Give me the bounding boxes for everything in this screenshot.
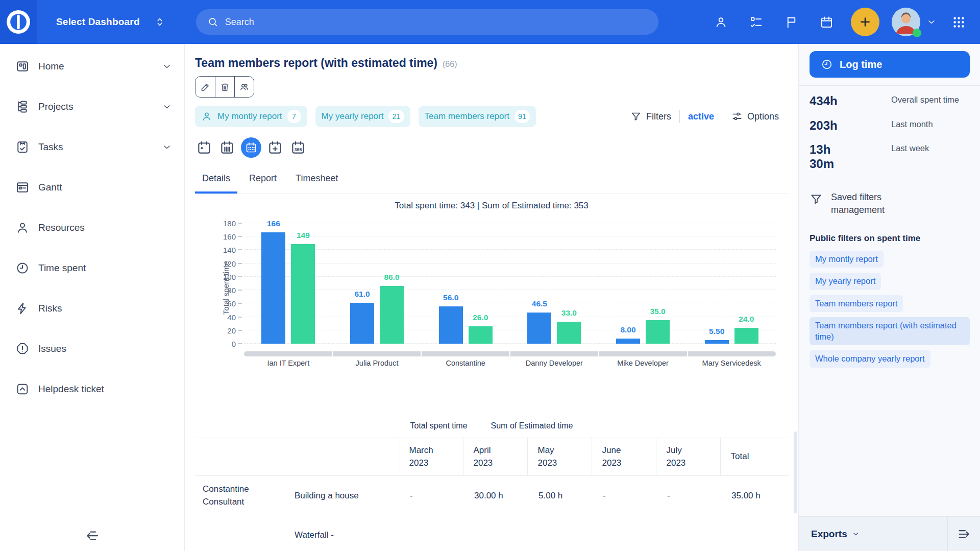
sidebar-item-home[interactable]: Home	[0, 46, 184, 86]
legend-item-sum-of-estimated-time[interactable]: Sum of Estimated time	[491, 421, 573, 430]
saved-filter-chips: My montly report7My yearly report21Team …	[195, 106, 536, 127]
week-calendar-icon[interactable]	[218, 138, 236, 157]
bar-total-spent-time[interactable]: 5.50	[705, 340, 729, 344]
chart-scrollbar[interactable]	[244, 351, 776, 356]
person-icon	[201, 111, 212, 122]
sidebar-item-issues[interactable]: Issues	[0, 328, 184, 369]
issues-icon	[15, 342, 31, 356]
y-tick-label: 120	[223, 259, 236, 268]
chart-scrollbar-segment[interactable]	[510, 351, 599, 356]
saved-filters-label: Saved filters management	[831, 191, 913, 216]
public-filter-team-members-report-with-estimated-time[interactable]: Team members report (with estimated time…	[810, 317, 970, 345]
filters-active-state[interactable]: active	[688, 111, 714, 122]
sidebar-item-tasks[interactable]: Tasks	[0, 127, 184, 167]
log-time-button[interactable]: Log time	[810, 51, 970, 78]
column-header-label: April 2023	[474, 444, 493, 469]
bar-value-label: 86.0	[384, 273, 399, 282]
chips-row: My montly report7My yearly report21Team …	[195, 106, 788, 127]
panel-collapse-button[interactable]	[947, 517, 980, 551]
chart-scrollbar-segment[interactable]	[422, 351, 510, 356]
apps-grid-icon[interactable]	[952, 15, 966, 29]
chart-scrollbar-segment[interactable]	[599, 351, 688, 356]
online-status-dot	[913, 29, 921, 37]
month-calendar-icon[interactable]	[241, 137, 261, 158]
dashboard-selector[interactable]: Select Dashboard	[56, 16, 165, 28]
create-new-button[interactable]	[851, 8, 879, 36]
bar-sum-of-estimated-time[interactable]: 33.0	[557, 322, 581, 344]
main-content: Team members report (with estimated time…	[185, 44, 798, 551]
sidebar-item-label: Projects	[38, 101, 74, 112]
filter-chip-my-yearly-report[interactable]: My yearly report21	[315, 106, 410, 127]
bar-sum-of-estimated-time[interactable]: 86.0	[380, 286, 404, 344]
sidebar-item-resources[interactable]: Resources	[0, 207, 184, 248]
delete-button[interactable]	[215, 77, 234, 97]
bar-value-label: 26.0	[473, 313, 488, 322]
cell-value: 35.00 h	[720, 476, 789, 515]
sidebar-item-helpdesk-ticket[interactable]: Helpdesk ticket	[0, 369, 184, 409]
saved-filters-management[interactable]: Saved filters management	[810, 191, 970, 216]
checklist-icon[interactable]	[749, 15, 763, 29]
sidebar-item-time-spent[interactable]: Time spent	[0, 248, 184, 288]
bar-group-ian-it-expert: 166149	[244, 223, 333, 344]
cell-value: -	[656, 476, 720, 515]
bar-total-spent-time[interactable]: 56.0	[439, 306, 463, 344]
main-scrollbar-thumb[interactable]	[794, 432, 797, 513]
calendar-icon[interactable]	[820, 15, 834, 29]
user-avatar[interactable]	[892, 8, 920, 36]
tab-timesheet[interactable]: Timesheet	[288, 169, 345, 194]
chevron-down-icon[interactable]	[926, 17, 937, 27]
sidebar-item-gantt[interactable]: Gantt	[0, 167, 184, 207]
bar-total-spent-time[interactable]: 166	[261, 232, 285, 344]
chart-scrollbar-segment[interactable]	[244, 351, 333, 356]
filter-chip-my-montly-report[interactable]: My montly report7	[195, 106, 307, 127]
bar-value-label: 166	[267, 219, 280, 228]
chart-scrollbar-segment[interactable]	[688, 351, 776, 356]
bar-sum-of-estimated-time[interactable]: 35.0	[646, 320, 670, 344]
add-calendar-icon[interactable]	[266, 138, 284, 157]
public-filter-whole-company-yearly-report[interactable]: Whole company yearly report	[810, 350, 930, 367]
y-tick-label: 40	[227, 313, 236, 321]
right-panel-footer: Exports	[799, 516, 980, 551]
sidebar-item-risks[interactable]: Risks	[0, 288, 184, 328]
members-button[interactable]	[234, 77, 254, 97]
public-filter-my-yearly-report[interactable]: My yearly report	[810, 273, 881, 290]
table-row: Waterfall -	[195, 515, 789, 551]
clock-icon	[821, 58, 833, 70]
tab-report[interactable]: Report	[242, 169, 284, 194]
flag-icon[interactable]	[785, 15, 798, 29]
cell-value	[656, 515, 720, 551]
legend-item-total-spent-time[interactable]: Total spent time	[410, 421, 467, 430]
year-365-calendar-icon[interactable]: 365	[289, 138, 307, 157]
edit-button[interactable]	[195, 77, 215, 97]
options-button[interactable]: Options	[747, 111, 779, 122]
search-bar[interactable]	[196, 9, 658, 35]
profile-icon[interactable]	[714, 15, 728, 29]
y-tick-mark	[238, 303, 242, 304]
bar-total-spent-time[interactable]: 8.00	[616, 339, 640, 344]
filter-chip-team-members-report[interactable]: Team members report91	[419, 106, 536, 127]
sidebar-collapse-button[interactable]	[84, 528, 101, 544]
chart-scrollbar-segment[interactable]	[333, 351, 422, 356]
day-calendar-icon[interactable]	[195, 138, 213, 157]
bar-sum-of-estimated-time[interactable]: 24.0	[734, 328, 758, 344]
cell-value	[592, 515, 656, 551]
exports-button[interactable]: Exports	[799, 529, 947, 540]
chevron-down-icon	[851, 530, 860, 538]
filters-button[interactable]: Filters	[646, 111, 671, 122]
sidebar-item-label: Gantt	[38, 182, 62, 193]
tab-details[interactable]: Details	[195, 169, 237, 194]
public-filter-team-members-report[interactable]: Team members report	[810, 295, 903, 312]
bar-sum-of-estimated-time[interactable]: 149	[291, 244, 315, 344]
public-filter-my-montly-report[interactable]: My montly report	[810, 251, 884, 268]
y-tick-mark	[238, 276, 242, 277]
bar-sum-of-estimated-time[interactable]: 26.0	[469, 326, 493, 344]
search-input[interactable]	[225, 17, 647, 28]
cell-user	[195, 515, 295, 551]
bar-value-label: 149	[297, 231, 310, 240]
app-logo[interactable]	[0, 0, 37, 44]
bar-total-spent-time[interactable]: 46.5	[527, 313, 551, 344]
bar-total-spent-time[interactable]: 61.0	[350, 303, 374, 344]
stat-label: Overall spent time	[891, 94, 968, 108]
sidebar-item-projects[interactable]: Projects	[0, 86, 184, 127]
stat-value: 13h 30m	[810, 142, 891, 171]
